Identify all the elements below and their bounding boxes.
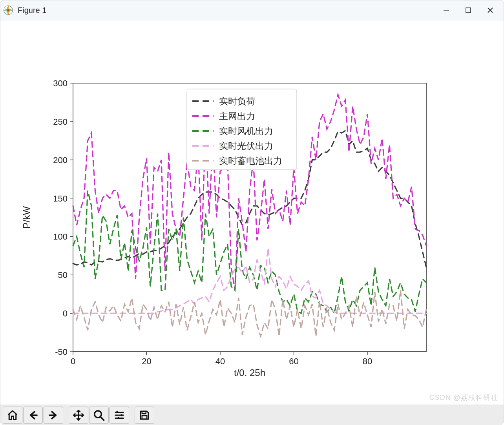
- close-icon: [487, 7, 494, 14]
- legend-label: 实时光伏出力: [219, 141, 273, 151]
- svg-text:50: 50: [58, 270, 68, 280]
- svg-rect-42: [118, 417, 119, 419]
- svg-point-1: [7, 9, 9, 11]
- legend-label: 主网出力: [219, 111, 255, 121]
- window-title: Figure 1: [18, 6, 46, 15]
- legend-label: 实时蓄电池出力: [219, 156, 282, 166]
- arrow-left-icon: [27, 409, 39, 421]
- legend-label: 实时负荷: [219, 96, 255, 106]
- svg-text:0: 0: [63, 309, 68, 318]
- svg-text:100: 100: [53, 232, 68, 242]
- svg-text:150: 150: [53, 194, 68, 203]
- app-window: Figure 1 020406080-50050100150200250300t…: [0, 0, 504, 425]
- back-button[interactable]: [23, 407, 43, 424]
- maximize-button[interactable]: [457, 2, 479, 18]
- svg-rect-40: [117, 411, 118, 413]
- matplotlib-toolbar: [0, 405, 504, 425]
- minimize-button[interactable]: [435, 2, 457, 18]
- svg-rect-43: [142, 411, 146, 414]
- home-icon: [7, 409, 18, 421]
- pan-button[interactable]: [69, 407, 88, 424]
- svg-text:20: 20: [142, 356, 151, 366]
- svg-rect-3: [466, 8, 471, 13]
- minimize-icon: [443, 7, 450, 14]
- svg-text:-50: -50: [55, 347, 68, 357]
- plot-area: 020406080-50050100150200250300t/0. 25hP/…: [0, 20, 504, 405]
- zoom-icon: [93, 409, 105, 421]
- save-icon: [139, 409, 150, 421]
- sliders-icon: [113, 409, 125, 421]
- app-icon: [3, 5, 14, 16]
- series-line: [73, 191, 426, 313]
- maximize-icon: [465, 7, 471, 13]
- svg-rect-41: [121, 414, 122, 416]
- svg-text:200: 200: [53, 155, 68, 165]
- x-axis-label: t/0. 25h: [234, 367, 265, 378]
- svg-text:40: 40: [215, 356, 225, 366]
- svg-text:0: 0: [71, 356, 75, 366]
- svg-text:80: 80: [363, 356, 372, 366]
- zoom-button[interactable]: [89, 407, 109, 424]
- svg-text:300: 300: [53, 78, 68, 88]
- y-axis-label: P/kW: [21, 206, 32, 229]
- watermark-text: CSDN @荔枝科研社: [429, 393, 498, 402]
- titlebar: Figure 1: [0, 0, 504, 20]
- svg-line-36: [100, 417, 104, 420]
- arrow-right-icon: [47, 409, 59, 421]
- chart-svg: 020406080-50050100150200250300t/0. 25hP/…: [0, 20, 504, 405]
- home-button[interactable]: [3, 407, 22, 424]
- forward-button[interactable]: [44, 407, 63, 424]
- save-button[interactable]: [135, 407, 154, 424]
- configure-button[interactable]: [110, 407, 129, 424]
- close-button[interactable]: [479, 2, 501, 18]
- svg-text:250: 250: [53, 117, 68, 127]
- svg-text:60: 60: [289, 356, 298, 366]
- legend-label: 实时风机出力: [219, 126, 273, 136]
- move-icon: [73, 409, 84, 421]
